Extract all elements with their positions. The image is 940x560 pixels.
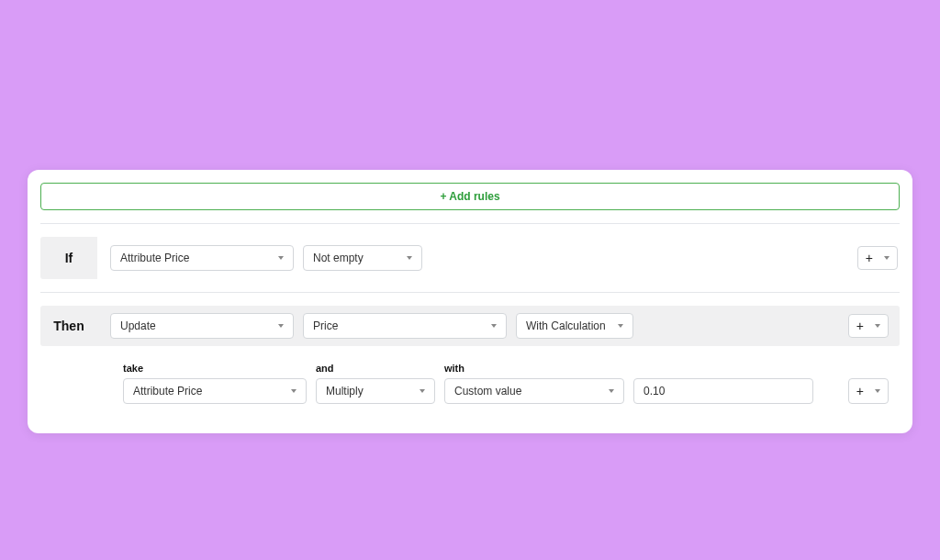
chevron-down-icon [491,324,497,328]
then-add-button[interactable]: + [848,314,889,338]
plus-icon: + [856,319,864,333]
add-rules-button[interactable]: + Add rules [40,183,900,210]
if-operator-value: Not empty [313,252,364,264]
chevron-down-icon [278,256,284,260]
calc-with-value: Custom value [454,385,521,398]
chevron-down-icon [875,324,880,328]
if-prefix: If [40,237,97,279]
rules-card: + Add rules If Attribute Price Not empty… [28,170,912,433]
if-attribute-value: Attribute Price [120,252,189,264]
chevron-down-icon [407,256,412,260]
calc-with-select[interactable]: Custom value [444,378,624,404]
then-target-value: Price [313,319,338,332]
chevron-down-icon [278,324,284,328]
chevron-down-icon [618,324,623,328]
plus-icon: + [856,384,864,398]
then-block: Then Update Price With Calculation + [40,292,900,420]
then-action-value: Update [120,319,156,332]
if-attribute-select[interactable]: Attribute Price [110,245,294,271]
calc-and-label: and [316,363,435,374]
calc-take-select[interactable]: Attribute Price [123,378,307,404]
calc-operation-value: Multiply [326,385,364,398]
if-controls: Attribute Price Not empty + [110,238,900,278]
calc-add-button[interactable]: + [848,378,889,404]
then-row: Then Update Price With Calculation + [40,306,900,346]
then-action-select[interactable]: Update [110,313,294,339]
plus-icon: + [866,251,873,265]
chevron-down-icon [609,389,614,393]
chevron-down-icon [875,389,880,393]
calc-with-group: with Custom value [444,363,624,404]
calc-value-group [633,378,813,404]
then-controls: Update Price With Calculation + [97,306,900,346]
then-prefix: Then [40,306,97,346]
calc-take-value: Attribute Price [133,385,202,398]
if-operator-select[interactable]: Not empty [303,245,422,271]
chevron-down-icon [420,389,425,393]
calc-with-label: with [444,363,624,374]
then-mode-value: With Calculation [526,319,606,332]
calc-take-group: take Attribute Price [123,363,307,404]
then-mode-select[interactable]: With Calculation [516,313,633,339]
then-target-select[interactable]: Price [303,313,507,339]
chevron-down-icon [884,256,890,260]
calc-value-input[interactable] [633,378,813,404]
calc-take-label: take [123,363,307,374]
calc-and-group: and Multiply [316,363,435,404]
calc-operation-select[interactable]: Multiply [316,378,435,404]
if-add-button[interactable]: + [857,246,898,270]
if-row: If Attribute Price Not empty + [40,223,900,279]
calculation-row: take Attribute Price and Multiply [40,346,900,420]
chevron-down-icon [291,389,297,393]
